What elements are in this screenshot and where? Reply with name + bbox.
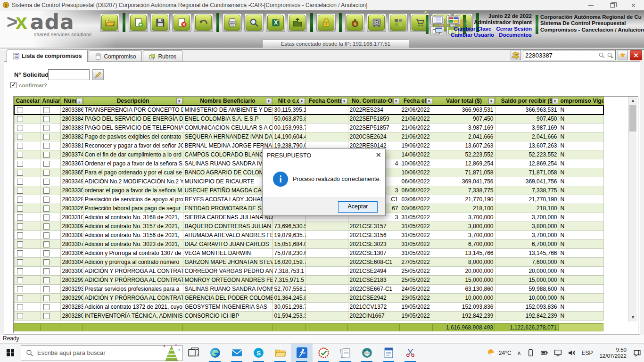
fecha-elaboracion-cell[interactable]: 25/05/2022 (400, 267, 433, 276)
fecha-contrato-cell[interactable] (305, 267, 348, 276)
beneficiario-cell[interactable]: MINISTERIO DE AMBIENTE Y DESARR (183, 106, 272, 115)
fecha-contrato-cell[interactable] (305, 106, 348, 115)
table-row[interactable]: 2803299ADICIÓN Y PRÓRROGA AL CONTRATO 21… (14, 276, 603, 285)
descripcion-cell[interactable]: Adición al contrato No. 3023 de 2021, (83, 240, 183, 249)
beneficiario-cell[interactable]: SEQUERA HERNANDEZ IVAN DARIO (183, 132, 272, 141)
contrato-cell[interactable]: 2022RES234 (348, 106, 400, 115)
column-header-fecha-contra[interactable]: Fecha Contra▼ (305, 97, 348, 106)
row-checkbox[interactable] (43, 179, 50, 185)
descripcion-cell[interactable]: Pago de pasivos exigibles del contrato = (83, 132, 183, 141)
print-button[interactable] (223, 13, 242, 32)
refresh-swap-button[interactable] (511, 50, 521, 60)
valor-total-cell[interactable]: 20,000,000 (433, 267, 495, 276)
sort-icon[interactable]: ↓ (76, 98, 83, 104)
row-checkbox[interactable] (17, 259, 23, 265)
search-next-icon[interactable] (607, 52, 614, 59)
saldo-cell[interactable]: 13,145,766 (495, 249, 559, 258)
fecha-elaboracion-cell[interactable]: 06/06/2022 (400, 186, 433, 195)
descripcion-cell[interactable]: Adición y Prorroga al contrato 1307 de (83, 249, 183, 258)
row-checkbox[interactable] (43, 197, 50, 203)
valor-total-cell[interactable]: 12,869,254 (433, 159, 495, 168)
new-document-button[interactable] (129, 13, 148, 32)
edge-taskbar-button[interactable] (204, 344, 226, 362)
cambiar-usuario-link[interactable]: Cambiar Usuario (451, 32, 494, 38)
vigente-cell[interactable]: N (559, 213, 603, 222)
filter-dropdown-icon[interactable]: ▼ (176, 98, 182, 104)
cancelar-cell[interactable] (14, 312, 41, 321)
beneficiario-cell[interactable]: GARZON MAPE JHONATAN STEVEN (183, 258, 272, 267)
hidden-icons-chevron[interactable]: ∧ (514, 344, 524, 362)
saldo-cell[interactable]: 3,987,169 (495, 123, 559, 132)
anular-cell[interactable] (41, 213, 60, 222)
cancelar-cell[interactable] (14, 213, 41, 222)
anular-cell[interactable] (41, 276, 60, 285)
vigente-cell[interactable]: N (559, 312, 603, 321)
fecha-elaboracion-cell[interactable]: 19/06/2022 (400, 141, 433, 150)
nit-cell[interactable]: 01,594,253.3 (272, 312, 305, 321)
fecha-elaboracion-cell[interactable]: 06/06/2022 (400, 177, 433, 186)
vigente-cell[interactable]: N (559, 303, 603, 312)
descripcion-cell[interactable]: PAGO DEL SERVICIO DE TELEFONIA MOV (83, 123, 183, 132)
row-checkbox[interactable] (43, 107, 50, 113)
saldo-cell[interactable]: 10,000,000 (495, 294, 559, 303)
row-checkbox[interactable] (17, 214, 23, 221)
vigente-cell[interactable]: N (559, 177, 603, 186)
network-tray-icon[interactable] (551, 344, 565, 362)
row-checkbox[interactable] (17, 304, 23, 310)
fecha-contrato-cell[interactable] (305, 303, 348, 312)
numero-cell[interactable]: 2803293 (60, 285, 83, 294)
row-checkbox[interactable] (17, 268, 23, 274)
row-checkbox[interactable] (43, 295, 50, 301)
filter-dropdown-icon[interactable]: ▼ (299, 98, 305, 104)
table-row[interactable]: 2803280INTERVENTORÍA TÉCNICA, ADMINISTRA… (14, 312, 603, 321)
row-checkbox[interactable] (17, 143, 23, 149)
numero-cell[interactable]: 2803386 (60, 106, 83, 115)
cancelar-cell[interactable] (14, 141, 41, 150)
beneficiario-cell[interactable]: DIAZ GARAVITO JUAN CARLOS (183, 240, 272, 249)
saldo-cell[interactable]: 192,842,239 (495, 312, 559, 321)
beneficiario-cell[interactable]: SIERRA CARDENAS JULIANA NO (183, 213, 272, 222)
table-row[interactable]: 2803384PAGO DEL SERVICIO DE ENERGÍA DE L… (14, 115, 603, 123)
row-checkbox[interactable] (17, 152, 23, 158)
numero-cell[interactable]: 2803308 (60, 231, 83, 240)
save-button[interactable] (150, 13, 170, 32)
beneficiario-cell[interactable]: COMUNICACION CELULAR S A COMC (183, 123, 272, 132)
fecha-contrato-cell[interactable] (305, 240, 348, 249)
cancelar-cell[interactable] (14, 195, 41, 204)
anular-cell[interactable] (41, 258, 60, 267)
anular-cell[interactable] (41, 240, 60, 249)
table-row[interactable]: 2803308Adición al contrato No. 3156 de 2… (14, 231, 603, 240)
descripcion-cell[interactable]: Con el fin de dar cumplimiento a lo ord (83, 150, 183, 159)
valor-total-cell[interactable]: 15,000,000 (433, 276, 495, 285)
valor-total-cell[interactable]: 3,987,169 (433, 123, 495, 132)
row-checkbox[interactable] (17, 179, 23, 185)
cancelar-cell[interactable] (14, 106, 41, 115)
fecha-contrato-cell[interactable] (305, 276, 348, 285)
row-checkbox[interactable] (17, 197, 23, 203)
beneficiario-cell[interactable]: USECHE PATIÑO MAGDA CAROL (183, 186, 272, 195)
descripcion-cell[interactable]: ADICIÓN Y PRÓRROGA AL CONTRATO 21 (83, 276, 183, 285)
descripcion-cell[interactable]: INTERVENTORÍA TÉCNICA, ADMINISTRAT (83, 312, 183, 321)
approval-taskbar-button[interactable] (313, 344, 334, 362)
vigente-cell[interactable]: N (559, 267, 603, 276)
vigente-cell[interactable]: N (559, 123, 603, 132)
anular-cell[interactable] (41, 267, 60, 276)
solicitud-input[interactable] (48, 69, 90, 80)
numero-cell[interactable]: 2803349 (60, 177, 83, 186)
contrato-cell[interactable]: 2022CSE667-C1 (348, 285, 400, 294)
nit-cell[interactable]: 7,315,971.5 (272, 276, 305, 285)
beneficiario-cell[interactable]: MUNICIPIO DE RICAURTE (183, 177, 272, 186)
presupuesto-app-taskbar-button[interactable] (291, 344, 313, 362)
row-checkbox[interactable] (17, 116, 23, 122)
anular-cell[interactable] (41, 141, 60, 150)
money-bag-button[interactable]: $ (345, 13, 364, 32)
row-checkbox[interactable] (43, 125, 50, 131)
vigente-cell[interactable]: N (559, 115, 603, 123)
numero-cell[interactable]: 2803300 (60, 267, 83, 276)
row-checkbox[interactable] (43, 223, 50, 230)
valor-total-cell[interactable]: 3,700,000 (433, 231, 495, 240)
export-excel-button[interactable]: X (266, 13, 285, 32)
start-button[interactable] (0, 344, 21, 362)
descripcion-cell[interactable]: ADICIÓN No.2 MODIFICACIÓN No.2 Y PR (83, 177, 183, 186)
saldo-cell[interactable]: 52,223,552 (495, 150, 559, 159)
